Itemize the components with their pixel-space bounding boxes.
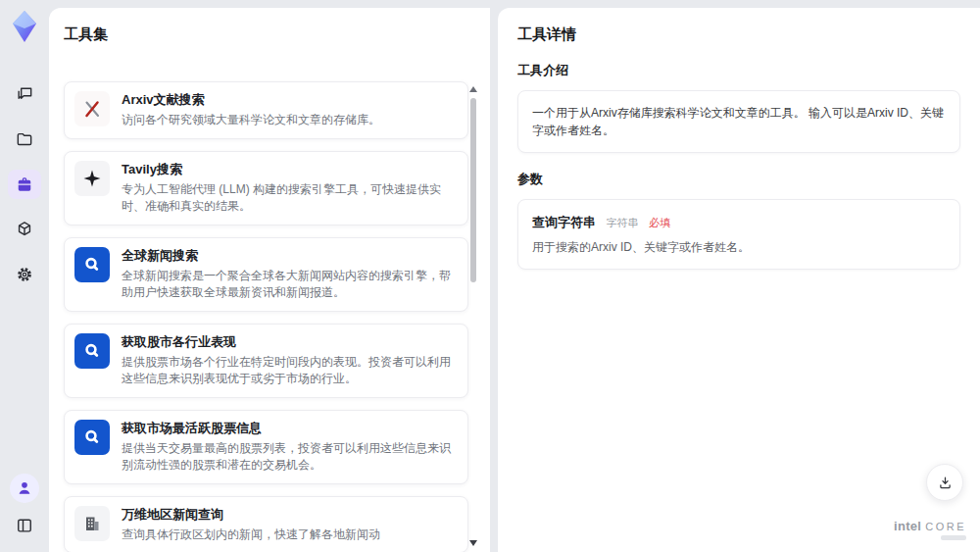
tool-tag [420, 506, 436, 511]
tool-card[interactable]: 万维地区新闻查询 查询具体行政区划内的新闻，快速了解各地新闻动 [64, 496, 468, 552]
tool-tag [442, 420, 458, 425]
intel-logo-text: intel [894, 519, 921, 533]
tool-tag [442, 333, 458, 338]
tool-icon [74, 161, 110, 196]
category-tab[interactable] [119, 60, 138, 70]
tool-tags [420, 506, 458, 511]
scroll-up-icon[interactable] [469, 86, 477, 92]
sidebar-item-collapse[interactable] [8, 511, 41, 540]
tool-description: 查询具体行政区划内的新闻，快速了解各地新闻动 [122, 527, 458, 544]
sidebar-item-files[interactable] [8, 125, 41, 154]
intro-box: 一个用于从Arxiv存储库搜索科学论文和文章的工具。 输入可以是Arxiv ID… [517, 90, 960, 153]
intro-text: 一个用于从Arxiv存储库搜索科学论文和文章的工具。 输入可以是Arxiv ID… [532, 104, 946, 139]
download-button[interactable] [926, 464, 963, 501]
badge-sub-mark [941, 535, 966, 540]
app-logo [8, 9, 41, 44]
tool-card[interactable]: 获取市场最活跃股票信息 提供当天交易量最高的股票列表，投资者可以利用这些信息来识… [64, 410, 468, 484]
tool-title: 全球新闻搜索 [122, 247, 413, 265]
tool-tag [420, 333, 436, 338]
tool-tags [420, 161, 458, 166]
tool-card[interactable]: Tavily搜索 专为人工智能代理 (LLM) 构建的搜索引擎工具，可快速提供实… [64, 151, 468, 226]
tool-description: 全球新闻搜索是一个聚合全球各大新闻网站内容的搜索引擎，帮助用户快速获取全球最新资… [122, 268, 458, 302]
tool-body: 获取市场最活跃股票信息 提供当天交易量最高的股票列表，投资者可以利用这些信息来识… [122, 420, 458, 475]
gear-icon [15, 265, 34, 284]
param-box: 查询字符串 字符串 必填 用于搜索的Arxiv ID、关键字或作者姓名。 [517, 199, 960, 270]
list-scrollbar[interactable] [468, 86, 478, 546]
category-tabs [64, 60, 468, 70]
toolbox-icon [15, 175, 34, 194]
page-title: 工具集 [64, 25, 468, 44]
download-icon [937, 475, 954, 491]
news-building-icon [81, 513, 103, 534]
tool-tags [420, 333, 458, 338]
tool-description: 提供股票市场各个行业在特定时间段内的表现。投资者可以利用这些信息来识别表现优于或… [122, 354, 458, 388]
panel-divider [490, 8, 498, 552]
tool-card[interactable]: Arxiv文献搜索 访问各个研究领域大量科学论文和文章的存储库。 [64, 81, 468, 139]
search-logo-icon [81, 340, 103, 362]
intel-core-badge: intel CORE [894, 519, 966, 540]
sidebar-item-settings[interactable] [8, 260, 41, 289]
param-name: 查询字符串 [532, 215, 596, 229]
scroll-down-icon[interactable] [469, 540, 477, 546]
core-logo-text: CORE [925, 521, 966, 532]
tool-title: 获取市场最活跃股票信息 [122, 420, 413, 437]
tool-tag [442, 91, 458, 96]
left-rail [0, 0, 49, 552]
category-tab[interactable] [91, 60, 111, 70]
params-heading: 参数 [517, 171, 960, 188]
param-type: 字符串 [606, 217, 638, 228]
tool-title: 万维地区新闻查询 [122, 506, 413, 524]
tool-detail-panel: 工具详情 工具介绍 一个用于从Arxiv存储库搜索科学论文和文章的工具。 输入可… [498, 8, 980, 552]
sidebar-item-chat[interactable] [8, 79, 41, 109]
tool-icon [74, 506, 110, 541]
tool-card[interactable]: 获取股市各行业表现 提供股票市场各个行业在特定时间段内的表现。投资者可以利用这些… [64, 324, 468, 398]
tool-tag [442, 506, 458, 511]
param-header: 查询字符串 字符串 必填 [532, 213, 946, 231]
tool-body: 获取股市各行业表现 提供股票市场各个行业在特定时间段内的表现。投资者可以利用这些… [122, 333, 458, 388]
scrollbar-thumb[interactable] [470, 98, 476, 282]
tool-tag [420, 91, 436, 96]
sidebar-item-account[interactable] [10, 474, 39, 503]
tool-description: 专为人工智能代理 (LLM) 构建的搜索引擎工具，可快速提供实时、准确和真实的结… [122, 181, 458, 216]
arxiv-logo-icon [81, 98, 103, 120]
tool-icon [74, 91, 110, 126]
tool-title: 获取股市各行业表现 [122, 333, 413, 351]
tool-body: Arxiv文献搜索 访问各个研究领域大量科学论文和文章的存储库。 [122, 91, 458, 129]
tool-tags [420, 91, 458, 96]
panel-toggle-icon [15, 516, 34, 535]
tool-tag [420, 161, 436, 166]
tool-body: Tavily搜索 专为人工智能代理 (LLM) 构建的搜索引擎工具，可快速提供实… [122, 161, 458, 216]
tool-tag [442, 247, 458, 252]
tool-tag [442, 161, 458, 166]
tool-tags [420, 247, 458, 252]
tool-description: 提供当天交易量最高的股票列表，投资者可以利用这些信息来识别流动性强的股票和潜在的… [122, 440, 458, 475]
category-tab[interactable] [64, 60, 83, 70]
tool-tags [420, 420, 458, 425]
sidebar-item-models[interactable] [8, 215, 41, 244]
tool-list-panel: 工具集 [49, 8, 490, 552]
tool-tag [420, 420, 436, 425]
chat-icon [15, 84, 34, 104]
tool-list: Arxiv文献搜索 访问各个研究领域大量科学论文和文章的存储库。 [64, 81, 468, 552]
user-icon [15, 478, 34, 498]
tool-description: 访问各个研究领域大量科学论文和文章的存储库。 [122, 112, 458, 129]
tool-icon [74, 333, 110, 369]
intro-heading: 工具介绍 [517, 62, 960, 79]
category-tab[interactable] [146, 60, 166, 70]
main-area: 工具集 [49, 8, 980, 552]
tool-icon [74, 247, 110, 282]
param-description: 用于搜索的Arxiv ID、关键字或作者姓名。 [532, 239, 946, 256]
tool-title: Arxiv文献搜索 [122, 91, 413, 109]
tool-title: Tavily搜索 [122, 161, 413, 178]
param-required-badge: 必填 [649, 217, 670, 228]
tool-body: 万维地区新闻查询 查询具体行政区划内的新闻，快速了解各地新闻动 [122, 506, 458, 544]
search-logo-icon [81, 427, 103, 448]
tool-card[interactable]: 全球新闻搜索 全球新闻搜索是一个聚合全球各大新闻网站内容的搜索引擎，帮助用户快速… [64, 237, 468, 312]
cube-icon [15, 220, 34, 239]
folder-icon [15, 129, 34, 149]
tool-body: 全球新闻搜索 全球新闻搜索是一个聚合全球各大新闻网站内容的搜索引擎，帮助用户快速… [122, 247, 458, 302]
detail-title: 工具详情 [517, 25, 960, 44]
tavily-star-icon [81, 168, 103, 189]
sidebar-item-tools[interactable] [8, 170, 41, 199]
tool-tag [420, 247, 436, 252]
